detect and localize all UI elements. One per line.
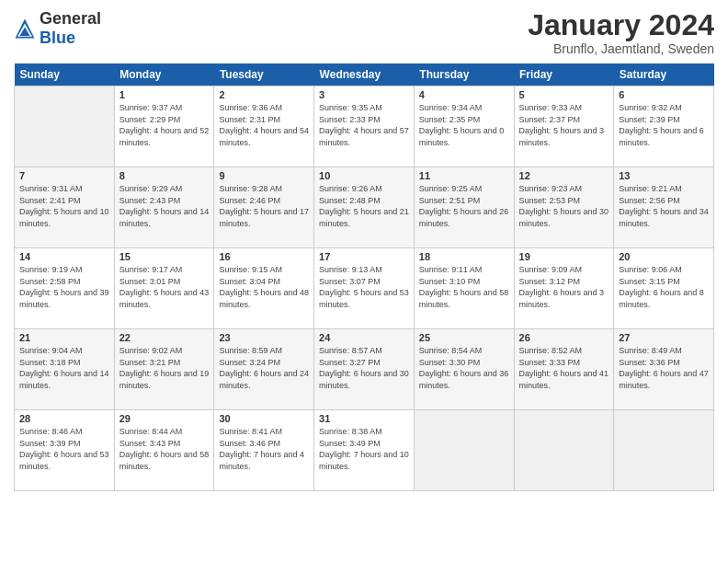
calendar-cell: 2Sunrise: 9:36 AMSunset: 2:31 PMDaylight… bbox=[214, 86, 314, 167]
day-number: 16 bbox=[219, 251, 309, 262]
day-number: 5 bbox=[519, 89, 609, 100]
day-info: Sunrise: 9:09 AMSunset: 3:12 PMDaylight:… bbox=[519, 264, 609, 310]
day-info: Sunrise: 9:36 AMSunset: 2:31 PMDaylight:… bbox=[219, 102, 309, 148]
day-info: Sunrise: 9:31 AMSunset: 2:41 PMDaylight:… bbox=[19, 183, 109, 229]
calendar-cell: 26Sunrise: 8:52 AMSunset: 3:33 PMDayligh… bbox=[514, 329, 614, 410]
calendar-cell: 6Sunrise: 9:32 AMSunset: 2:39 PMDaylight… bbox=[614, 86, 714, 167]
calendar-cell: 17Sunrise: 9:13 AMSunset: 3:07 PMDayligh… bbox=[314, 248, 415, 329]
col-friday: Friday bbox=[514, 63, 614, 86]
day-number: 9 bbox=[219, 170, 309, 181]
day-info: Sunrise: 9:35 AMSunset: 2:33 PMDaylight:… bbox=[319, 102, 409, 148]
day-number: 19 bbox=[519, 251, 609, 262]
day-info: Sunrise: 9:26 AMSunset: 2:48 PMDaylight:… bbox=[319, 183, 409, 229]
day-number: 27 bbox=[619, 332, 709, 343]
day-info: Sunrise: 9:23 AMSunset: 2:53 PMDaylight:… bbox=[519, 183, 609, 229]
calendar-cell: 11Sunrise: 9:25 AMSunset: 2:51 PMDayligh… bbox=[414, 167, 514, 248]
calendar-cell: 29Sunrise: 8:44 AMSunset: 3:43 PMDayligh… bbox=[114, 410, 214, 491]
calendar-cell bbox=[614, 410, 714, 491]
day-number: 17 bbox=[319, 251, 409, 262]
page-container: General Blue January 2024 Brunflo, Jaemt… bbox=[0, 0, 728, 500]
logo-icon bbox=[14, 17, 36, 40]
day-info: Sunrise: 9:32 AMSunset: 2:39 PMDaylight:… bbox=[619, 102, 709, 148]
calendar-row: 21Sunrise: 9:04 AMSunset: 3:18 PMDayligh… bbox=[15, 329, 714, 410]
day-info: Sunrise: 9:06 AMSunset: 3:15 PMDaylight:… bbox=[619, 264, 709, 310]
calendar-cell: 24Sunrise: 8:57 AMSunset: 3:27 PMDayligh… bbox=[314, 329, 415, 410]
day-info: Sunrise: 9:37 AMSunset: 2:29 PMDaylight:… bbox=[119, 102, 210, 148]
col-saturday: Saturday bbox=[614, 63, 714, 86]
calendar-row: 7Sunrise: 9:31 AMSunset: 2:41 PMDaylight… bbox=[15, 167, 714, 248]
calendar-cell: 20Sunrise: 9:06 AMSunset: 3:15 PMDayligh… bbox=[614, 248, 714, 329]
calendar-cell: 10Sunrise: 9:26 AMSunset: 2:48 PMDayligh… bbox=[314, 167, 415, 248]
day-info: Sunrise: 9:28 AMSunset: 2:46 PMDaylight:… bbox=[219, 183, 309, 229]
calendar-cell: 12Sunrise: 9:23 AMSunset: 2:53 PMDayligh… bbox=[514, 167, 614, 248]
day-info: Sunrise: 9:13 AMSunset: 3:07 PMDaylight:… bbox=[319, 264, 409, 310]
calendar-cell: 31Sunrise: 8:38 AMSunset: 3:49 PMDayligh… bbox=[314, 410, 415, 491]
day-number: 14 bbox=[19, 251, 109, 262]
day-number: 4 bbox=[419, 89, 509, 100]
location: Brunflo, Jaemtland, Sweden bbox=[528, 41, 714, 56]
day-number: 18 bbox=[419, 251, 509, 262]
day-info: Sunrise: 8:52 AMSunset: 3:33 PMDaylight:… bbox=[519, 345, 609, 391]
day-info: Sunrise: 8:41 AMSunset: 3:46 PMDaylight:… bbox=[219, 426, 309, 472]
month-title: January 2024 bbox=[528, 9, 714, 41]
day-info: Sunrise: 9:19 AMSunset: 2:58 PMDaylight:… bbox=[19, 264, 109, 310]
day-number: 24 bbox=[319, 332, 409, 343]
calendar-cell: 16Sunrise: 9:15 AMSunset: 3:04 PMDayligh… bbox=[214, 248, 314, 329]
day-number: 8 bbox=[119, 170, 210, 181]
calendar-cell: 7Sunrise: 9:31 AMSunset: 2:41 PMDaylight… bbox=[15, 167, 115, 248]
day-info: Sunrise: 9:15 AMSunset: 3:04 PMDaylight:… bbox=[219, 264, 309, 310]
day-info: Sunrise: 8:57 AMSunset: 3:27 PMDaylight:… bbox=[319, 345, 409, 391]
calendar-cell bbox=[414, 410, 514, 491]
day-number: 26 bbox=[519, 332, 609, 343]
logo: General Blue bbox=[14, 9, 101, 48]
calendar-cell: 18Sunrise: 9:11 AMSunset: 3:10 PMDayligh… bbox=[414, 248, 514, 329]
calendar-table: Sunday Monday Tuesday Wednesday Thursday… bbox=[14, 63, 714, 491]
day-info: Sunrise: 9:34 AMSunset: 2:35 PMDaylight:… bbox=[419, 102, 509, 148]
col-monday: Monday bbox=[114, 63, 214, 86]
calendar-cell: 9Sunrise: 9:28 AMSunset: 2:46 PMDaylight… bbox=[214, 167, 314, 248]
day-number: 10 bbox=[319, 170, 409, 181]
title-section: January 2024 Brunflo, Jaemtland, Sweden bbox=[528, 9, 714, 56]
calendar-cell: 21Sunrise: 9:04 AMSunset: 3:18 PMDayligh… bbox=[15, 329, 115, 410]
day-info: Sunrise: 8:54 AMSunset: 3:30 PMDaylight:… bbox=[419, 345, 509, 391]
calendar-cell: 15Sunrise: 9:17 AMSunset: 3:01 PMDayligh… bbox=[114, 248, 214, 329]
col-wednesday: Wednesday bbox=[314, 63, 415, 86]
day-number: 22 bbox=[119, 332, 210, 343]
col-thursday: Thursday bbox=[414, 63, 514, 86]
day-number: 11 bbox=[419, 170, 509, 181]
day-number: 1 bbox=[119, 89, 210, 100]
logo-text: General Blue bbox=[40, 9, 101, 48]
col-tuesday: Tuesday bbox=[214, 63, 314, 86]
day-info: Sunrise: 9:11 AMSunset: 3:10 PMDaylight:… bbox=[419, 264, 509, 310]
day-number: 7 bbox=[19, 170, 109, 181]
day-info: Sunrise: 9:17 AMSunset: 3:01 PMDaylight:… bbox=[119, 264, 210, 310]
calendar-row: 14Sunrise: 9:19 AMSunset: 2:58 PMDayligh… bbox=[15, 248, 714, 329]
calendar-cell: 5Sunrise: 9:33 AMSunset: 2:37 PMDaylight… bbox=[514, 86, 614, 167]
calendar-cell: 14Sunrise: 9:19 AMSunset: 2:58 PMDayligh… bbox=[15, 248, 115, 329]
logo-general: General bbox=[40, 9, 101, 28]
day-number: 23 bbox=[219, 332, 309, 343]
day-info: Sunrise: 9:04 AMSunset: 3:18 PMDaylight:… bbox=[19, 345, 109, 391]
day-number: 13 bbox=[619, 170, 709, 181]
calendar-cell: 8Sunrise: 9:29 AMSunset: 2:43 PMDaylight… bbox=[114, 167, 214, 248]
day-number: 31 bbox=[319, 413, 409, 424]
calendar-cell: 30Sunrise: 8:41 AMSunset: 3:46 PMDayligh… bbox=[214, 410, 314, 491]
calendar-cell: 27Sunrise: 8:49 AMSunset: 3:36 PMDayligh… bbox=[614, 329, 714, 410]
calendar-cell: 13Sunrise: 9:21 AMSunset: 2:56 PMDayligh… bbox=[614, 167, 714, 248]
day-number: 15 bbox=[119, 251, 210, 262]
day-info: Sunrise: 9:29 AMSunset: 2:43 PMDaylight:… bbox=[119, 183, 210, 229]
day-info: Sunrise: 9:02 AMSunset: 3:21 PMDaylight:… bbox=[119, 345, 210, 391]
day-number: 21 bbox=[19, 332, 109, 343]
calendar-cell: 23Sunrise: 8:59 AMSunset: 3:24 PMDayligh… bbox=[214, 329, 314, 410]
header-row: Sunday Monday Tuesday Wednesday Thursday… bbox=[15, 63, 714, 86]
day-number: 30 bbox=[219, 413, 309, 424]
logo-blue: Blue bbox=[40, 29, 75, 47]
calendar-row: 1Sunrise: 9:37 AMSunset: 2:29 PMDaylight… bbox=[15, 86, 714, 167]
day-number: 20 bbox=[619, 251, 709, 262]
calendar-cell: 19Sunrise: 9:09 AMSunset: 3:12 PMDayligh… bbox=[514, 248, 614, 329]
day-number: 29 bbox=[119, 413, 210, 424]
day-info: Sunrise: 8:38 AMSunset: 3:49 PMDaylight:… bbox=[319, 426, 409, 472]
day-number: 2 bbox=[219, 89, 309, 100]
calendar-cell bbox=[514, 410, 614, 491]
calendar-cell: 25Sunrise: 8:54 AMSunset: 3:30 PMDayligh… bbox=[414, 329, 514, 410]
